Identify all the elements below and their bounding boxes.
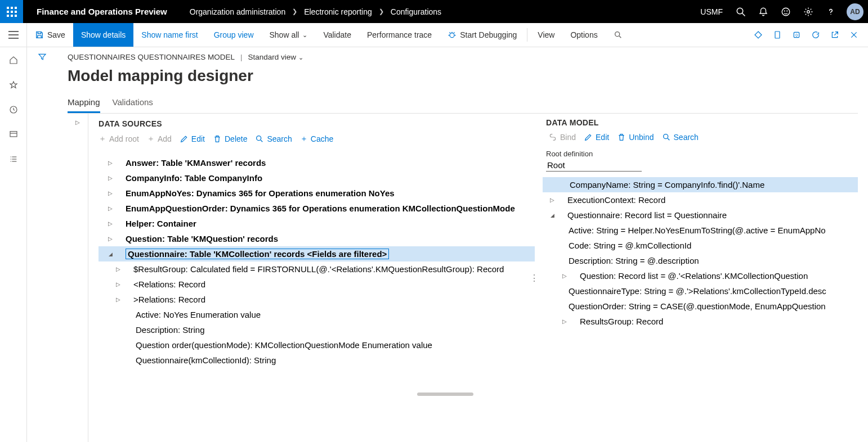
save-button[interactable]: Save <box>27 23 73 47</box>
close-icon[interactable] <box>845 26 862 43</box>
performance-trace-button[interactable]: Performance trace <box>359 23 440 47</box>
root-definition-input[interactable] <box>546 159 642 172</box>
dm-row[interactable]: Code: String = @.kmCollectionId <box>543 238 858 253</box>
unbind-label: Unbind <box>629 133 654 142</box>
dm-row[interactable]: Question: Record list = @.'<Relations'.K… <box>543 268 858 283</box>
caret-icon[interactable] <box>560 273 570 279</box>
caret-icon[interactable] <box>105 190 115 196</box>
caret-icon[interactable] <box>113 281 123 287</box>
start-debugging-button[interactable]: Start Debugging <box>440 23 525 47</box>
tree-row[interactable]: Question order(questionMode): KMCollecti… <box>99 337 535 353</box>
attachment-count-icon[interactable]: 0 <box>788 26 805 43</box>
caret-icon[interactable] <box>105 175 115 181</box>
refresh-icon[interactable] <box>807 26 824 43</box>
home-icon[interactable] <box>7 54 20 66</box>
tree-row[interactable]: EnumAppQuestionOrder: Dynamics 365 for O… <box>99 201 535 216</box>
caret-icon[interactable] <box>113 296 123 303</box>
tree-row[interactable]: <Relations: Record <box>99 277 535 292</box>
edit-label: Edit <box>191 134 205 143</box>
search-button[interactable]: Search <box>255 134 292 143</box>
tree-row-questionnaire[interactable]: Questionnaire: Table 'KMCollection' reco… <box>99 246 535 261</box>
tab-validations[interactable]: Validations <box>113 97 153 113</box>
breadcrumb-item[interactable]: Electronic reporting <box>304 7 372 16</box>
show-name-first-button[interactable]: Show name first <box>133 23 205 47</box>
tree-row[interactable]: Active: NoYes Enumeration value <box>99 307 535 322</box>
dm-row[interactable]: Active: String = Helper.NoYesEnumToStrin… <box>543 223 858 238</box>
help-icon[interactable] <box>820 0 842 23</box>
dm-row-company-name[interactable]: CompanyName: String = CompanyInfo.'find(… <box>543 177 858 192</box>
tree-row[interactable]: CompanyInfo: Table CompanyInfo <box>99 170 535 186</box>
save-label: Save <box>47 30 65 39</box>
diamond-icon[interactable] <box>750 26 767 43</box>
add-button[interactable]: ＋Add <box>147 134 172 144</box>
group-view-button[interactable]: Group view <box>206 23 262 47</box>
delete-button[interactable]: Delete <box>213 134 247 143</box>
show-details-button[interactable]: Show details <box>73 23 133 47</box>
caret-icon[interactable] <box>560 318 570 324</box>
hamburger-button[interactable] <box>0 23 27 47</box>
validate-button[interactable]: Validate <box>315 23 359 47</box>
svg-rect-3 <box>7 11 9 13</box>
caret-icon[interactable] <box>105 160 115 166</box>
tree-row[interactable]: $ResultGroup: Calculated field = FIRSTOR… <box>99 261 535 277</box>
tree-row[interactable]: Questionnaire(kmCollectionId): String <box>99 353 535 368</box>
tree-row[interactable]: >Relations: Record <box>99 292 535 307</box>
caret-icon[interactable] <box>547 212 557 218</box>
recent-icon[interactable] <box>7 103 20 116</box>
app-launcher-button[interactable] <box>0 0 23 23</box>
caret-icon[interactable] <box>105 205 115 211</box>
breadcrumb-item[interactable]: Organization administration <box>190 7 285 16</box>
caret-icon[interactable] <box>105 251 115 257</box>
show-all-button[interactable]: Show all ⌄ <box>262 23 316 47</box>
tree-row[interactable]: EnumAppNoYes: Dynamics 365 for Operation… <box>99 186 535 201</box>
find-button[interactable] <box>606 23 630 47</box>
star-icon[interactable] <box>7 79 20 91</box>
edit-button[interactable]: Edit <box>180 134 205 143</box>
options-button[interactable]: Options <box>562 23 605 47</box>
dm-row[interactable]: QuestionOrder: String = CASE(@.questionM… <box>543 299 858 314</box>
view-button[interactable]: View <box>530 23 562 47</box>
caret-icon[interactable] <box>113 266 123 272</box>
data-sources-toolbar: ＋Add root ＋Add Edit Delete Search ＋Cache <box>99 134 535 144</box>
filter-icon[interactable] <box>38 52 47 442</box>
gear-icon[interactable] <box>797 0 820 23</box>
modules-icon[interactable] <box>7 153 20 165</box>
tree-row[interactable]: Question: Table 'KMQuestion' records <box>99 231 535 246</box>
cache-button[interactable]: ＋Cache <box>300 134 333 144</box>
avatar[interactable]: AD <box>847 3 863 20</box>
popout-icon[interactable] <box>826 26 843 43</box>
dm-row[interactable]: Description: String = @.description <box>543 253 858 268</box>
add-label: Add <box>158 134 172 143</box>
unbind-button[interactable]: Unbind <box>617 133 654 142</box>
dm-row[interactable]: ExecutionContext: Record <box>543 192 858 208</box>
attachment-icon[interactable] <box>769 26 786 43</box>
caret-right-icon[interactable]: ▷ <box>75 119 80 442</box>
tab-mapping[interactable]: Mapping <box>68 97 100 113</box>
search-icon[interactable] <box>730 0 752 23</box>
view-selector[interactable]: Standard view ⌄ <box>248 53 303 61</box>
data-model-pane: DATA MODEL Bind Edit Unbind Search Root … <box>543 114 858 442</box>
bind-button[interactable]: Bind <box>548 133 576 142</box>
workspace-icon[interactable] <box>7 128 20 141</box>
caret-icon[interactable] <box>105 236 115 242</box>
add-root-button[interactable]: ＋Add root <box>99 134 139 144</box>
split-handle[interactable]: ⋮⋮ <box>535 114 543 442</box>
legal-entity[interactable]: USMF <box>693 7 730 16</box>
caret-icon[interactable] <box>547 197 557 203</box>
edit-button[interactable]: Edit <box>584 133 609 142</box>
tree-row[interactable]: Description: String <box>99 322 535 337</box>
dm-row[interactable]: Questionnaire: Record list = Questionnai… <box>543 208 858 223</box>
smile-icon[interactable] <box>775 0 797 23</box>
cache-label: Cache <box>311 134 333 143</box>
search-button[interactable]: Search <box>662 133 699 142</box>
breadcrumb-item[interactable]: Configurations <box>391 7 441 16</box>
dm-row[interactable]: QuestionnaireType: String = @.'>Relation… <box>543 283 858 299</box>
bell-icon[interactable] <box>752 0 775 23</box>
page-title: Model mapping designer <box>68 67 858 85</box>
caret-icon[interactable] <box>105 220 115 227</box>
dm-row[interactable]: ResultsGroup: Record <box>543 314 858 329</box>
tree-row[interactable]: Helper: Container <box>99 216 535 231</box>
scroll-thumb[interactable] <box>417 393 473 396</box>
plus-icon: ＋ <box>99 134 106 144</box>
tree-row[interactable]: Answer: Table 'KMAnswer' records <box>99 155 535 170</box>
